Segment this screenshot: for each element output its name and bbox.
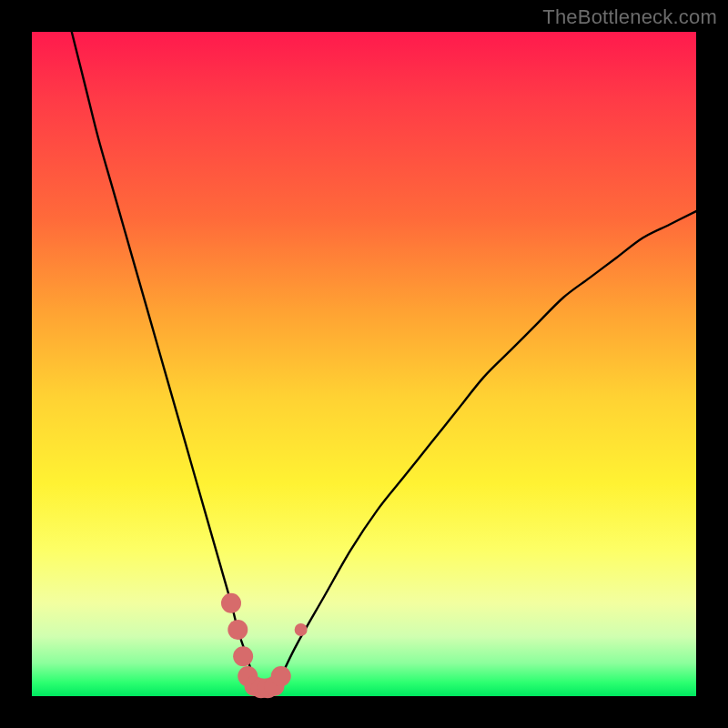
curve-marker: [228, 620, 248, 640]
bottleneck-curve-line: [72, 32, 696, 691]
curve-marker: [233, 646, 253, 666]
plot-gradient-area: [32, 32, 696, 696]
outer-frame: TheBottleneck.com: [0, 0, 728, 728]
watermark-text: TheBottleneck.com: [542, 5, 717, 29]
curve-marker: [271, 666, 291, 686]
curve-marker: [295, 623, 308, 636]
marker-group: [221, 593, 308, 698]
curve-marker: [221, 593, 241, 613]
chart-svg: [32, 32, 696, 696]
